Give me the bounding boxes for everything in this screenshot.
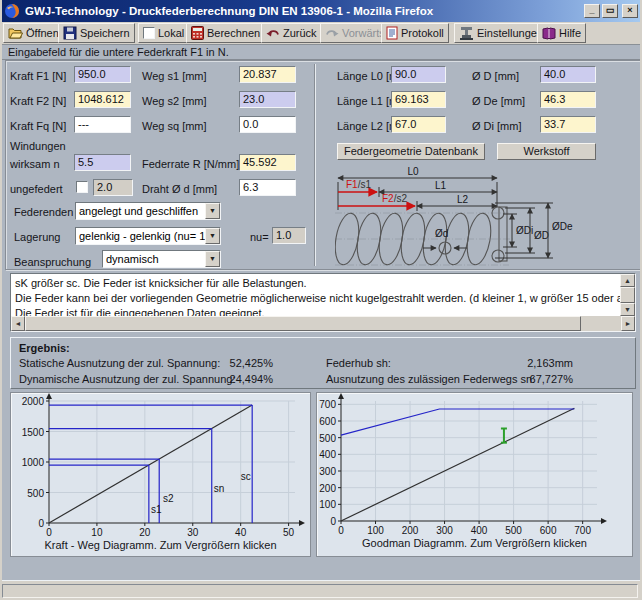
help-label: Hilfe: [559, 27, 581, 39]
durchmesser-de-input[interactable]: 46.3: [540, 91, 596, 108]
svg-text:1000: 1000: [22, 457, 45, 468]
back-button[interactable]: Zurück: [261, 23, 322, 43]
save-label: Speichern: [80, 27, 130, 39]
chevron-down-icon[interactable]: ▼: [205, 203, 220, 219]
kraft-weg-chart-caption[interactable]: Kraft - Weg Diagramm. Zum Vergrößern kli…: [11, 539, 310, 551]
save-button[interactable]: Speichern: [58, 23, 135, 43]
scroll-left-icon[interactable]: ◄: [11, 316, 25, 331]
svg-text:0: 0: [338, 525, 344, 536]
svg-text:200: 200: [402, 525, 419, 536]
svg-text:300: 300: [436, 525, 453, 536]
ungefedert-input: 2.0: [93, 179, 133, 196]
ungefedert-label: ungefedert: [10, 183, 63, 195]
open-label: Öffnen: [26, 27, 59, 39]
close-icon[interactable]: ×: [622, 4, 638, 18]
lagerung-select[interactable]: gelenkig - gelenkig (nu= 1) ▼: [75, 227, 221, 245]
svg-text:0: 0: [330, 516, 336, 527]
beanspruchung-value: dynamisch: [106, 253, 159, 265]
lokal-checkbox[interactable]: [143, 27, 155, 39]
lokal-checkbox-group[interactable]: Lokal: [138, 23, 189, 43]
horizontal-scroll-thumb[interactable]: [25, 316, 581, 331]
federrate-input[interactable]: 45.592: [239, 154, 296, 171]
federgeometrie-datenbank-button[interactable]: Federgeometrie Datenbank: [337, 143, 485, 160]
result-panel: Ergebnis: Statische Ausnutzung der zul. …: [10, 337, 636, 389]
l1-dim-label: L1: [435, 180, 447, 191]
result-value: 67,727%: [503, 373, 573, 385]
result-title: Ergebnis:: [19, 342, 70, 354]
durchmesser-di-label: Ø Di [mm]: [472, 120, 522, 132]
svg-text:sn: sn: [214, 483, 225, 494]
scroll-right-icon[interactable]: ►: [621, 316, 635, 331]
title-bar: GWJ-Technology - Druckfederberechnung DI…: [0, 0, 642, 22]
beanspruchung-label: Beanspruchung: [14, 256, 91, 268]
laenge-l0-input[interactable]: 90.0: [391, 66, 446, 83]
l0-dim-label: L0: [407, 166, 419, 177]
kraft-fq-input[interactable]: ---: [74, 116, 131, 133]
ungefedert-checkbox[interactable]: [76, 181, 88, 193]
d-dim-label: ØD: [534, 230, 549, 241]
back-arrow-icon: [266, 28, 280, 39]
maximize-icon[interactable]: ▭: [602, 4, 618, 18]
status-bar-field: [2, 584, 638, 598]
horizontal-scrollbar[interactable]: ◄ ►: [11, 316, 635, 331]
weg-s1-input[interactable]: 20.837: [239, 66, 296, 83]
weg-s2-input[interactable]: 23.0: [239, 91, 296, 108]
laenge-l1-input[interactable]: 69.163: [391, 91, 446, 108]
settings-label: Einstellungen: [477, 27, 543, 39]
wirksam-input[interactable]: 5.5: [74, 154, 131, 171]
svg-text:300: 300: [319, 466, 336, 477]
svg-text:600: 600: [540, 525, 557, 536]
spring-schematic: Ød L0 F1/s1 L1 F2/s2 L2 ØDi ØD ØDe: [335, 166, 641, 268]
forward-arrow-icon: [325, 28, 339, 39]
svg-text:1500: 1500: [22, 427, 45, 438]
svg-text:20: 20: [139, 527, 151, 538]
vertical-scroll-thumb[interactable]: [620, 287, 635, 303]
kraft-f2-input[interactable]: 1048.612: [74, 91, 131, 108]
werkstoff-button[interactable]: Werkstoff: [497, 143, 596, 160]
durchmesser-di-input[interactable]: 33.7: [540, 116, 596, 133]
f2-s2-label: F2/s2: [382, 193, 407, 204]
durchmesser-d-label: Ø D [mm]: [472, 70, 519, 82]
protocol-button[interactable]: Protokoll: [381, 23, 449, 43]
spring-end-view: [492, 207, 507, 262]
goodman-chart[interactable]: 0100200300400500600700010020030040050060…: [316, 392, 633, 557]
open-button[interactable]: Öffnen: [3, 23, 64, 43]
document-icon: [386, 26, 398, 40]
calculate-button[interactable]: Berechnen: [186, 23, 265, 43]
result-value: 2,163mm: [503, 357, 573, 369]
vertical-scrollbar[interactable]: ▲ ▼: [620, 274, 635, 316]
wire-diameter-label: Ød: [435, 228, 448, 239]
svg-text:500: 500: [319, 433, 336, 444]
federenden-select[interactable]: angelegt und geschliffen ▼: [75, 202, 221, 220]
svg-text:30: 30: [187, 527, 199, 538]
durchmesser-d-input[interactable]: 40.0: [540, 66, 596, 83]
calculate-label: Berechnen: [207, 27, 260, 39]
draht-input[interactable]: 6.3: [239, 179, 296, 196]
back-label: Zurück: [283, 27, 317, 39]
minimize-icon[interactable]: _: [584, 4, 600, 18]
floppy-disk-icon: [63, 26, 77, 40]
kraft-weg-chart[interactable]: 010203040500500100015002000s1s2snsc Kraf…: [10, 392, 311, 557]
help-button[interactable]: Hilfe: [537, 23, 586, 43]
chevron-down-icon[interactable]: ▼: [205, 251, 220, 267]
svg-text:700: 700: [574, 525, 591, 536]
kraft-f1-input[interactable]: 950.0: [74, 66, 131, 83]
forward-button: Vorwärts: [320, 23, 390, 43]
result-value: 52,425%: [203, 357, 273, 369]
message-area[interactable]: sK größer sc. Die Feder ist knicksicher …: [10, 273, 636, 332]
beanspruchung-select[interactable]: dynamisch ▼: [102, 250, 221, 268]
weg-sq-input[interactable]: 0.0: [239, 116, 296, 133]
svg-text:100: 100: [367, 525, 384, 536]
chevron-down-icon[interactable]: ▼: [205, 228, 220, 244]
press-tool-icon: [459, 26, 474, 40]
scroll-up-icon[interactable]: ▲: [620, 274, 635, 287]
scroll-down-icon[interactable]: ▼: [620, 303, 635, 316]
svg-text:100: 100: [319, 499, 336, 510]
svg-text:50: 50: [283, 527, 295, 538]
draht-label: Draht Ø d [mm]: [142, 183, 217, 195]
laenge-l2-input[interactable]: 67.0: [391, 116, 446, 133]
forward-label: Vorwärts: [342, 27, 385, 39]
goodman-chart-caption[interactable]: Goodman Diagramm. Zum Vergrößern klicken: [317, 537, 632, 549]
svg-text:40: 40: [235, 527, 247, 538]
settings-button[interactable]: Einstellungen: [454, 23, 548, 43]
